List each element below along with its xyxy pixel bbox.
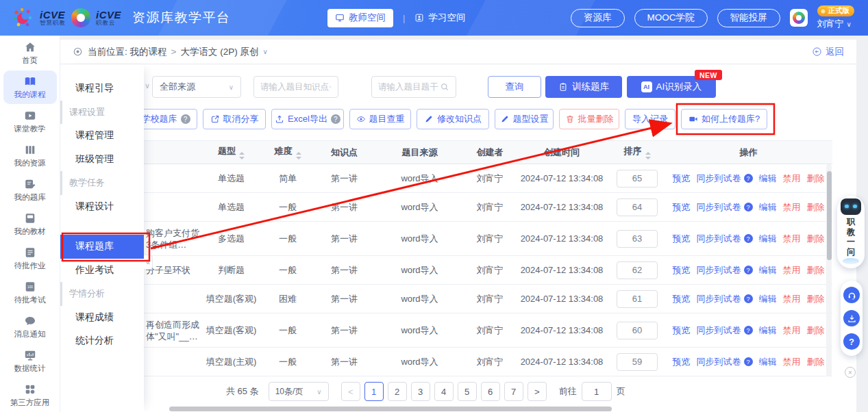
column-header-排序[interactable]: 排序 bbox=[610, 141, 665, 164]
action-预览[interactable]: 预览 bbox=[673, 264, 691, 276]
action-禁用[interactable]: 禁用 bbox=[783, 233, 801, 245]
action-编辑[interactable]: 编辑 bbox=[759, 201, 777, 214]
sort-icon[interactable] bbox=[239, 152, 245, 159]
page-button-4[interactable]: 4 bbox=[434, 382, 454, 401]
page-size-select[interactable]: 10条/页 ∨ bbox=[269, 382, 329, 401]
help-icon[interactable]: ? bbox=[181, 114, 190, 124]
action-删除[interactable]: 删除 bbox=[807, 356, 825, 368]
submenu-item-课程设计[interactable]: 课程设计 bbox=[60, 195, 144, 219]
nav-learning-space[interactable]: 学习空间 bbox=[414, 12, 465, 24]
help-icon[interactable]: ? bbox=[744, 203, 753, 211]
action-同步到试卷[interactable]: 同步到试卷? bbox=[697, 201, 753, 214]
float-tool-help[interactable]: ? bbox=[843, 333, 860, 350]
help-icon[interactable]: ? bbox=[744, 174, 753, 183]
assistant-widget[interactable]: 职教一问 bbox=[837, 196, 865, 268]
action-删除[interactable]: 删除 bbox=[807, 324, 825, 337]
action-同步到试卷[interactable]: 同步到试卷? bbox=[697, 324, 753, 337]
action-预览[interactable]: 预览 bbox=[673, 293, 691, 305]
source-select[interactable]: 全部来源 ∨ bbox=[152, 76, 241, 98]
sidebar-item-play[interactable]: 课堂教学 bbox=[3, 105, 57, 138]
action-禁用[interactable]: 禁用 bbox=[783, 293, 801, 305]
breadcrumb-current[interactable]: 大学语文 (2P) 原创 bbox=[180, 46, 258, 58]
user-menu[interactable]: 刘宵宁∨ bbox=[817, 18, 852, 30]
sort-order-input[interactable] bbox=[617, 230, 658, 248]
nav-teacher-space[interactable]: 教师空间 bbox=[327, 9, 393, 27]
action-编辑[interactable]: 编辑 bbox=[759, 324, 777, 337]
page-button-2[interactable]: 2 bbox=[388, 382, 407, 401]
action-编辑[interactable]: 编辑 bbox=[759, 356, 777, 368]
float-tool-customer-service[interactable] bbox=[843, 287, 860, 303]
action-禁用[interactable]: 禁用 bbox=[783, 201, 801, 214]
sidebar-item-message[interactable]: 消息通知 bbox=[3, 310, 57, 344]
toolbar-button-取消分享[interactable]: 取消分享 bbox=[203, 109, 266, 129]
toolbar-button-Excel导出[interactable]: Excel导出? bbox=[271, 109, 344, 129]
toolbar-button-题目查重[interactable]: 题目查重 bbox=[349, 109, 411, 129]
submenu-item-课程引导[interactable]: 课程引导 bbox=[60, 77, 144, 101]
page-button-1[interactable]: 1 bbox=[364, 382, 384, 401]
column-header-难度[interactable]: 难度 bbox=[260, 141, 315, 164]
page-button-7[interactable]: 7 bbox=[504, 382, 523, 401]
clipped-select-caret-icon[interactable]: ∨ bbox=[145, 81, 150, 90]
submenu-item-作业考试[interactable]: 作业考试 bbox=[60, 259, 144, 283]
toolbar-button-如何上传题库?[interactable]: 如何上传题库? bbox=[681, 109, 767, 129]
knowledge-point-input[interactable]: 请输入题目知识点 bbox=[253, 76, 338, 98]
submenu-item-课程成绩[interactable]: 课程成绩 bbox=[60, 306, 144, 330]
action-预览[interactable]: 预览 bbox=[673, 172, 691, 185]
action-删除[interactable]: 删除 bbox=[807, 293, 825, 305]
action-编辑[interactable]: 编辑 bbox=[759, 264, 777, 276]
page-button-3[interactable]: 3 bbox=[411, 382, 430, 401]
mini-app-logo-icon[interactable] bbox=[790, 9, 808, 27]
sort-order-input[interactable] bbox=[617, 170, 658, 188]
action-预览[interactable]: 预览 bbox=[673, 201, 691, 214]
column-header-题型[interactable]: 题型 bbox=[202, 141, 260, 164]
question-stem-input[interactable]: 请输入题目题干 bbox=[371, 76, 456, 98]
chevron-down-icon[interactable]: ∨ bbox=[262, 48, 267, 55]
action-预览[interactable]: 预览 bbox=[673, 324, 691, 337]
submenu-item-课程管理[interactable]: 课程管理 bbox=[60, 124, 144, 148]
close-floating-button[interactable]: × bbox=[845, 367, 856, 378]
sidebar-item-textbook[interactable]: 我的教材 bbox=[3, 207, 57, 241]
action-禁用[interactable]: 禁用 bbox=[783, 356, 801, 368]
sidebar-item-grid[interactable]: 第三方应用 bbox=[3, 378, 57, 412]
sidebar-item-library[interactable]: 我的资源 bbox=[3, 139, 57, 172]
training-bank-button[interactable]: 训练题库 bbox=[545, 76, 622, 98]
breadcrumb-root[interactable]: 我的课程 bbox=[130, 46, 167, 58]
sort-order-input[interactable] bbox=[617, 198, 658, 216]
action-删除[interactable]: 删除 bbox=[807, 233, 825, 245]
submenu-collapse-handle[interactable]: « bbox=[144, 255, 153, 270]
vertical-scrollbar-thumb[interactable] bbox=[827, 171, 832, 260]
action-编辑[interactable]: 编辑 bbox=[759, 233, 777, 245]
pill-resource-library[interactable]: 资源库 bbox=[571, 9, 625, 27]
help-icon[interactable]: ? bbox=[744, 326, 753, 335]
toolbar-button-导入记录[interactable]: 导入记录 bbox=[625, 109, 675, 129]
help-icon[interactable]: ? bbox=[744, 357, 753, 366]
sort-order-input[interactable] bbox=[617, 322, 658, 339]
sort-order-input[interactable] bbox=[617, 261, 658, 279]
help-icon[interactable]: ? bbox=[744, 294, 753, 303]
toolbar-button-批量删除[interactable]: 批量删除 bbox=[559, 109, 619, 129]
action-同步到试卷[interactable]: 同步到试卷? bbox=[697, 293, 753, 305]
horizontal-scrollbar-thumb[interactable] bbox=[169, 407, 612, 411]
action-删除[interactable]: 删除 bbox=[807, 264, 825, 276]
help-icon[interactable]: ? bbox=[744, 266, 753, 274]
query-button[interactable]: 查询 bbox=[488, 76, 541, 98]
sidebar-item-exam[interactable]: 100待批考试 bbox=[3, 276, 57, 309]
sidebar-item-home[interactable]: 首页 bbox=[3, 36, 57, 70]
page-button-6[interactable]: 6 bbox=[481, 382, 500, 401]
submenu-item-课程题库[interactable]: 课程题库 bbox=[60, 235, 144, 259]
toolbar-button-题型设置[interactable]: 题型设置 bbox=[495, 109, 554, 129]
submenu-item-统计分析[interactable]: 统计分析 bbox=[60, 329, 144, 353]
action-同步到试卷[interactable]: 同步到试卷? bbox=[697, 356, 753, 368]
action-禁用[interactable]: 禁用 bbox=[783, 324, 801, 337]
sidebar-item-book[interactable]: 我的课程 bbox=[3, 70, 57, 104]
action-编辑[interactable]: 编辑 bbox=[759, 172, 777, 185]
sort-icon[interactable] bbox=[645, 152, 651, 159]
sidebar-item-stats[interactable]: 数据统计 bbox=[3, 344, 57, 378]
pill-mooc-academy[interactable]: MOOC学院 bbox=[634, 9, 708, 27]
page-button-5[interactable]: 5 bbox=[458, 382, 477, 401]
help-icon[interactable]: ? bbox=[744, 234, 753, 243]
prev-page-button[interactable]: < bbox=[341, 382, 360, 401]
float-tool-download[interactable] bbox=[843, 310, 860, 326]
back-button[interactable]: 返回 bbox=[812, 46, 844, 58]
goto-page-input[interactable] bbox=[582, 382, 612, 401]
